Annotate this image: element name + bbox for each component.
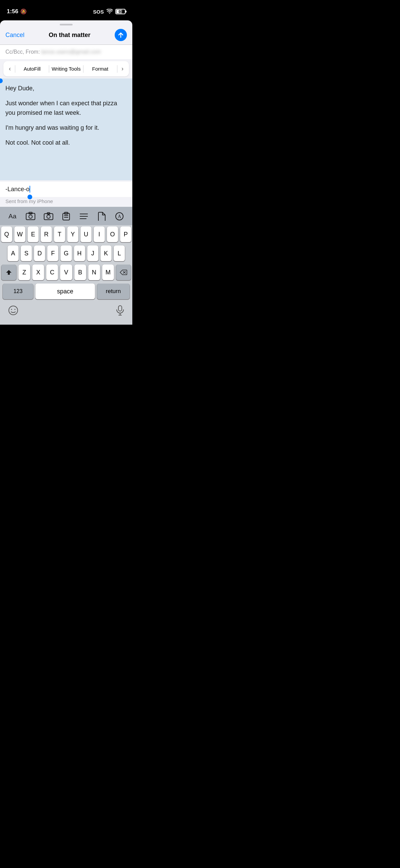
format-button[interactable]: Format: [83, 64, 117, 74]
email-line-7: Not cool. Not cool at all.: [5, 138, 127, 148]
svg-rect-21: [118, 306, 122, 311]
svg-point-18: [9, 306, 18, 315]
key-u[interactable]: U: [80, 227, 92, 242]
key-o[interactable]: O: [107, 227, 118, 242]
sent-from-row: Sent from my iPhone: [0, 197, 132, 207]
toolbar-prev[interactable]: ‹: [5, 65, 15, 72]
nav-bar: Cancel On that matter: [0, 28, 132, 44]
cc-bcc-label: Cc/Bcc, From:: [5, 49, 40, 55]
kb-apple-pencil-btn[interactable]: A: [113, 210, 126, 222]
email-line-3: Just wonder when I can expect that pizza…: [5, 99, 127, 118]
wifi-icon: [107, 9, 113, 15]
svg-point-5: [47, 215, 50, 218]
autofill-button[interactable]: AutoFill: [15, 64, 49, 74]
key-p[interactable]: P: [120, 227, 131, 242]
keyboard-bottom-extras: [0, 302, 132, 325]
key-return[interactable]: return: [97, 284, 130, 299]
nav-title: On that matter: [49, 32, 91, 39]
key-i[interactable]: I: [94, 227, 105, 242]
battery-icon: 66: [115, 9, 126, 14]
key-v[interactable]: V: [60, 265, 72, 280]
key-z[interactable]: Z: [18, 265, 30, 280]
sheet-handle: [0, 20, 132, 28]
signature-area[interactable]: -Lance-o: [0, 182, 132, 197]
key-b[interactable]: B: [74, 265, 86, 280]
cancel-button[interactable]: Cancel: [5, 32, 24, 39]
formatting-toolbar: ‹ AutoFill Writing Tools Format ›: [3, 61, 129, 76]
key-space[interactable]: space: [35, 284, 95, 299]
svg-text:Aa: Aa: [8, 213, 17, 220]
key-h[interactable]: H: [74, 246, 85, 261]
key-l[interactable]: L: [114, 246, 125, 261]
status-bar: 1:56 🔕 SOS 66: [0, 0, 132, 18]
sos-label: SOS: [93, 9, 104, 15]
key-s[interactable]: S: [21, 246, 32, 261]
key-n[interactable]: N: [88, 265, 100, 280]
key-c[interactable]: C: [46, 265, 58, 280]
writing-tools-button[interactable]: Writing Tools: [49, 64, 83, 74]
signature-text: -Lance-o: [5, 186, 30, 193]
svg-text:A: A: [118, 214, 121, 219]
keyboard-row-bottom: 123 space return: [1, 284, 131, 299]
key-r[interactable]: R: [41, 227, 52, 242]
key-g[interactable]: G: [60, 246, 72, 261]
keyboard-row-1: Q W E R T Y U I O P: [1, 227, 131, 242]
svg-point-2: [29, 215, 32, 218]
key-q[interactable]: Q: [1, 227, 12, 242]
keyboard-accessory: Aa: [0, 207, 132, 225]
keyboard-row-3: Z X C V B N M: [1, 265, 131, 280]
selection-handle-top: [0, 78, 3, 83]
key-shift[interactable]: [1, 265, 16, 280]
kb-clipboard-btn[interactable]: [60, 210, 72, 222]
compose-sheet: Cancel On that matter Cc/Bcc, From: lanc…: [0, 20, 132, 325]
key-f[interactable]: F: [47, 246, 58, 261]
emoji-button[interactable]: [8, 305, 18, 318]
from-address: lance.usero@gmail.com: [41, 49, 101, 55]
key-k[interactable]: K: [100, 246, 112, 261]
email-line-5: I'm hungry and was waiting g for it.: [5, 123, 127, 133]
key-j[interactable]: J: [87, 246, 98, 261]
svg-point-19: [11, 309, 12, 310]
email-text[interactable]: Hey Dude, Just wonder when I can expect …: [5, 84, 127, 147]
text-cursor: [30, 186, 30, 193]
key-t[interactable]: T: [54, 227, 65, 242]
key-e[interactable]: E: [27, 227, 39, 242]
kb-list-btn[interactable]: [78, 210, 90, 222]
key-d[interactable]: D: [34, 246, 45, 261]
mute-icon: 🔕: [20, 8, 27, 15]
key-w[interactable]: W: [14, 227, 25, 242]
kb-photo-btn[interactable]: [24, 210, 37, 222]
key-x[interactable]: X: [32, 265, 44, 280]
email-line-1: Hey Dude,: [5, 84, 127, 93]
kb-camera-btn[interactable]: [42, 210, 55, 222]
time: 1:56: [7, 8, 18, 15]
key-backspace[interactable]: [116, 265, 131, 280]
mic-button[interactable]: [116, 305, 124, 318]
kb-doc-btn[interactable]: [96, 210, 108, 222]
key-123[interactable]: 123: [3, 284, 33, 299]
email-body[interactable]: Hey Dude, Just wonder when I can expect …: [0, 78, 132, 180]
keyboard[interactable]: Q W E R T Y U I O P A S D F G H J K L: [0, 225, 132, 302]
kb-font-btn[interactable]: Aa: [7, 210, 19, 222]
selection-handle-bottom: [27, 195, 32, 199]
key-m[interactable]: M: [102, 265, 114, 280]
svg-point-20: [15, 309, 16, 310]
send-button[interactable]: [115, 29, 127, 41]
key-a[interactable]: A: [7, 246, 19, 261]
cc-bcc-field[interactable]: Cc/Bcc, From: lance.usero@gmail.com: [0, 45, 132, 59]
keyboard-row-2: A S D F G H J K L: [1, 246, 131, 261]
toolbar-next[interactable]: ›: [117, 65, 128, 72]
key-y[interactable]: Y: [67, 227, 78, 242]
